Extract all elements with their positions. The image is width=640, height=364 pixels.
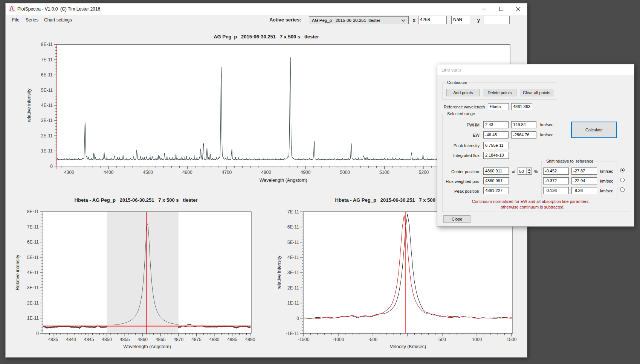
svg-text:7E-11: 7E-11 <box>41 57 53 62</box>
svg-text:4850: 4850 <box>102 337 112 342</box>
svg-text:4E-11: 4E-11 <box>27 270 39 275</box>
svg-text:7E-11: 7E-11 <box>27 224 39 230</box>
svg-text:4900: 4900 <box>301 170 311 175</box>
svg-text:2E-11: 2E-11 <box>27 300 39 306</box>
svg-text:Hbeta - AG Peg_p 2015-06-30.: Hbeta - AG Peg_p 2015-06-30.251 7 x 500 … <box>75 197 198 203</box>
svg-text:6E-11: 6E-11 <box>41 72 53 78</box>
svg-text:2E-11: 2E-11 <box>287 285 299 291</box>
svg-text:3E-11: 3E-11 <box>27 285 39 290</box>
svg-text:4400: 4400 <box>104 170 114 175</box>
svg-text:0: 0 <box>296 316 299 321</box>
svg-text:4860: 4860 <box>137 337 148 342</box>
svg-text:500: 500 <box>438 337 446 342</box>
svg-text:3E-11: 3E-11 <box>287 270 299 275</box>
svg-text:8E-11: 8E-11 <box>27 209 39 214</box>
svg-text:7E-11: 7E-11 <box>287 209 299 215</box>
svg-text:4835: 4835 <box>48 337 58 342</box>
svg-text:8E-11: 8E-11 <box>41 42 53 47</box>
svg-text:5200: 5200 <box>419 170 429 175</box>
svg-text:4800: 4800 <box>261 170 271 175</box>
svg-text:5E-11: 5E-11 <box>287 240 299 245</box>
svg-text:4885: 4885 <box>227 337 237 342</box>
svg-text:4E-11: 4E-11 <box>41 103 53 108</box>
svg-text:1E-11: 1E-11 <box>27 315 39 321</box>
svg-text:5E-11: 5E-11 <box>41 88 53 93</box>
svg-text:4300: 4300 <box>64 170 74 175</box>
svg-text:4845: 4845 <box>84 337 94 342</box>
svg-text:6E-11: 6E-11 <box>27 239 39 245</box>
svg-text:AG Peg_p 2015-06-30.251 7: AG Peg_p 2015-06-30.251 7 x 500 s tleste… <box>214 34 319 40</box>
svg-text:Velocity (Km/sec): Velocity (Km/sec) <box>390 344 426 349</box>
svg-text:-500: -500 <box>368 337 377 342</box>
svg-text:1500: 1500 <box>507 337 517 342</box>
svg-text:3E-11: 3E-11 <box>41 118 53 123</box>
svg-text:1000: 1000 <box>472 337 482 342</box>
svg-text:Relative intensity: Relative intensity <box>15 254 20 290</box>
svg-text:5000: 5000 <box>340 170 350 175</box>
svg-text:4890: 4890 <box>245 337 255 342</box>
svg-text:4875: 4875 <box>191 337 202 342</box>
svg-text:5E-11: 5E-11 <box>27 255 39 260</box>
svg-text:relative intensity: relative intensity <box>26 88 32 122</box>
svg-text:2E-11: 2E-11 <box>41 133 53 139</box>
svg-text:4840: 4840 <box>66 337 76 342</box>
svg-text:4865: 4865 <box>156 337 166 342</box>
svg-text:0: 0 <box>50 164 53 169</box>
svg-text:4E-11: 4E-11 <box>287 255 299 260</box>
svg-text:4600: 4600 <box>182 170 192 175</box>
svg-text:1E-11: 1E-11 <box>41 148 53 154</box>
svg-text:0: 0 <box>36 331 39 336</box>
svg-text:-1500: -1500 <box>298 337 310 342</box>
svg-text:-1E-11: -1E-11 <box>286 331 299 336</box>
svg-text:4500: 4500 <box>143 170 153 175</box>
svg-text:Wavelength (Angstom): Wavelength (Angstom) <box>123 344 171 349</box>
svg-text:5100: 5100 <box>379 170 389 175</box>
svg-text:4880: 4880 <box>209 337 220 342</box>
svg-text:1E-11: 1E-11 <box>287 300 299 306</box>
svg-text:relative intensity: relative intensity <box>276 255 282 289</box>
svg-text:4870: 4870 <box>173 337 183 342</box>
svg-text:6E-11: 6E-11 <box>287 224 299 230</box>
svg-text:-1000: -1000 <box>333 337 344 342</box>
svg-text:4700: 4700 <box>222 170 232 175</box>
svg-text:4855: 4855 <box>120 337 130 342</box>
svg-text:Wavelength (Angstom): Wavelength (Angstom) <box>260 178 307 183</box>
